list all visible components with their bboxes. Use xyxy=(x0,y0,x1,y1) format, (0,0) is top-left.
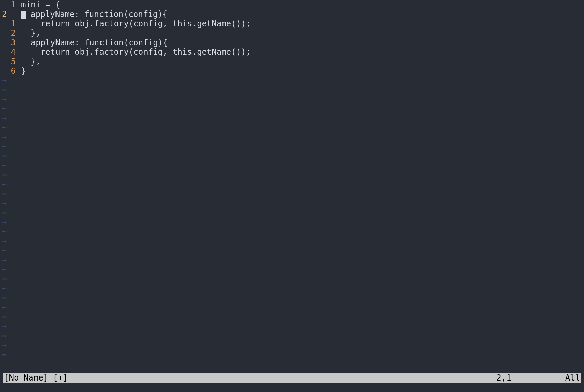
status-file-name: [No Name] [+] xyxy=(4,373,68,383)
code-line[interactable]: 1 return obj.factory(config, this.getNam… xyxy=(0,19,584,28)
status-view-percent: All xyxy=(565,373,580,383)
code-text[interactable]: return obj.factory(config, this.getName(… xyxy=(21,47,251,57)
empty-line-tilde: ~ xyxy=(0,132,584,142)
empty-line-tilde: ~ xyxy=(0,331,584,341)
empty-line-tilde: ~ xyxy=(0,85,584,95)
empty-line-tilde: ~ xyxy=(0,350,584,360)
line-number-relative: 4 xyxy=(0,47,17,57)
gutter-gap xyxy=(17,0,21,9)
status-bar: [No Name] [+] 2,1 All xyxy=(3,373,581,383)
code-line[interactable]: 6} xyxy=(0,66,584,76)
code-text[interactable]: }, xyxy=(21,57,41,66)
empty-line-tilde: ~ xyxy=(0,274,584,284)
code-text[interactable]: mini = { xyxy=(21,0,60,9)
empty-line-tilde: ~ xyxy=(0,227,584,237)
line-number-relative: 3 xyxy=(0,38,17,47)
gutter-gap xyxy=(17,9,21,19)
empty-line-tilde: ~ xyxy=(0,218,584,227)
empty-line-tilde: ~ xyxy=(0,237,584,246)
code-text[interactable]: applyName: function(config){ xyxy=(21,38,167,47)
empty-line-tilde: ~ xyxy=(0,95,584,104)
code-line[interactable]: 4 return obj.factory(config, this.getNam… xyxy=(0,47,584,57)
status-cursor-pos: 2,1 xyxy=(496,373,565,383)
line-number-relative: 5 xyxy=(0,57,17,66)
empty-line-tilde: ~ xyxy=(0,104,584,114)
empty-line-tilde: ~ xyxy=(0,180,584,189)
empty-line-tilde: ~ xyxy=(0,123,584,132)
gutter-gap xyxy=(17,38,21,47)
empty-line-tilde: ~ xyxy=(0,189,584,199)
code-text[interactable]: return obj.factory(config, this.getName(… xyxy=(21,19,251,28)
code-text[interactable]: applyName: function(config){ xyxy=(21,9,167,19)
empty-line-tilde: ~ xyxy=(0,170,584,180)
empty-line-tilde: ~ xyxy=(0,246,584,255)
empty-line-tilde: ~ xyxy=(0,208,584,218)
empty-line-tilde: ~ xyxy=(0,312,584,322)
empty-line-tilde: ~ xyxy=(0,151,584,161)
code-line[interactable]: 1mini = { xyxy=(0,0,584,9)
code-line[interactable]: 3 applyName: function(config){ xyxy=(0,38,584,47)
code-text[interactable]: }, xyxy=(21,28,41,38)
empty-line-tilde: ~ xyxy=(0,265,584,274)
editor-area[interactable]: 1mini = {2 applyName: function(config){1… xyxy=(0,0,584,383)
empty-line-tilde: ~ xyxy=(0,76,584,85)
line-number-current: 2 xyxy=(0,9,17,19)
empty-line-tilde: ~ xyxy=(0,255,584,265)
code-line[interactable]: 2 }, xyxy=(0,28,584,38)
code-line[interactable]: 2 applyName: function(config){ xyxy=(0,9,584,19)
line-number-relative: 1 xyxy=(0,19,17,28)
cursor-block xyxy=(21,11,26,19)
gutter-gap xyxy=(17,57,21,66)
empty-line-tilde: ~ xyxy=(0,322,584,331)
gutter-gap xyxy=(17,19,21,28)
empty-line-tilde: ~ xyxy=(0,284,584,293)
line-number-relative: 1 xyxy=(0,0,17,9)
empty-line-tilde: ~ xyxy=(0,114,584,123)
code-text[interactable]: } xyxy=(21,66,26,76)
line-number-relative: 6 xyxy=(0,66,17,76)
empty-line-tilde: ~ xyxy=(0,142,584,151)
line-number-relative: 2 xyxy=(0,28,17,38)
empty-line-tilde: ~ xyxy=(0,303,584,312)
gutter-gap xyxy=(17,66,21,76)
code-line[interactable]: 5 }, xyxy=(0,57,584,66)
gutter-gap xyxy=(17,28,21,38)
empty-line-tilde: ~ xyxy=(0,161,584,170)
empty-line-tilde: ~ xyxy=(0,199,584,208)
empty-line-tilde: ~ xyxy=(0,293,584,303)
gutter-gap xyxy=(17,47,21,57)
empty-line-tilde: ~ xyxy=(0,341,584,350)
